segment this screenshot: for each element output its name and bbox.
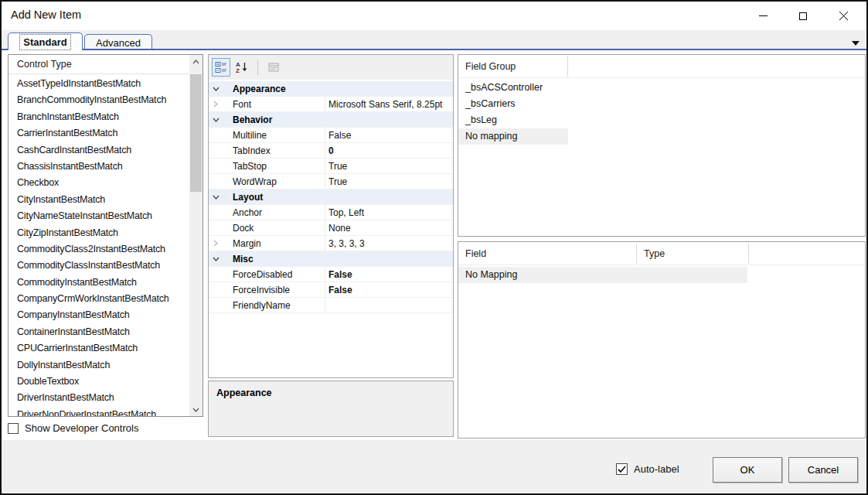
control-list-scrollbar[interactable]	[189, 55, 203, 416]
list-item[interactable]: CommodityClassInstantBestMatch	[9, 258, 190, 274]
field-group-column-header[interactable]: Field Group	[458, 55, 516, 78]
collapse-chevron-icon[interactable]	[209, 195, 223, 200]
list-item[interactable]: CompanyCrmWorkInstantBestMatch	[9, 291, 190, 307]
property-row[interactable]: AnchorTop, Left	[209, 205, 453, 220]
property-value[interactable]: 0	[325, 145, 453, 156]
list-item[interactable]: DollyInstantBestMatch	[9, 357, 190, 374]
list-item[interactable]: BranchCommodityInstantBestMatch	[9, 92, 190, 108]
list-item[interactable]: CarrierInstantBestMatch	[9, 125, 190, 142]
ok-button[interactable]: OK	[713, 457, 782, 483]
tab-standard[interactable]: Standard	[8, 32, 83, 50]
type-column-header[interactable]: Type	[637, 242, 665, 265]
list-item[interactable]: BranchInstantBestMatch	[9, 109, 190, 125]
list-item[interactable]: DoubleTextbox	[9, 374, 190, 390]
property-row[interactable]: Margin3, 3, 3, 3	[209, 236, 453, 251]
alphabetical-sort-button[interactable]: A Z	[233, 58, 251, 77]
property-row[interactable]: TabStopTrue	[209, 159, 453, 174]
property-row[interactable]: WordWrapTrue	[209, 174, 453, 189]
field-table-row[interactable]: No Mapping	[458, 267, 865, 283]
property-name[interactable]: ForceInvisible	[223, 282, 325, 297]
property-category-row[interactable]: Misc	[209, 251, 453, 267]
property-name[interactable]: ForceDisabled	[223, 267, 325, 282]
property-name[interactable]: Multiline	[223, 128, 325, 142]
expand-chevron-icon[interactable]	[209, 101, 223, 108]
list-item[interactable]: CityZipInstantBestMatch	[9, 225, 190, 241]
property-name[interactable]: TabStop	[223, 159, 325, 173]
control-type-column-header[interactable]: Control Type	[9, 55, 190, 74]
property-value[interactable]: True	[325, 176, 453, 187]
maximize-button[interactable]	[783, 2, 823, 30]
collapse-chevron-icon[interactable]	[209, 87, 223, 91]
property-value[interactable]: None	[325, 223, 453, 234]
show-developer-controls-checkbox[interactable]: Show Developer Controls	[8, 422, 138, 434]
scrollbar-thumb[interactable]	[190, 74, 202, 192]
property-value[interactable]: True	[325, 161, 453, 172]
field-column-header[interactable]: Field	[458, 242, 486, 265]
property-row[interactable]: FontMicrosoft Sans Serif, 8.25pt	[209, 97, 453, 112]
list-item[interactable]: Checkbox	[9, 175, 190, 191]
property-value[interactable]: 3, 3, 3, 3	[325, 238, 453, 249]
field-group-item[interactable]: _bsACSController	[458, 80, 865, 96]
property-value[interactable]: Microsoft Sans Serif, 8.25pt	[325, 99, 453, 110]
property-name[interactable]: Font	[223, 97, 325, 111]
field-group-item[interactable]: _bsLeg	[458, 112, 865, 128]
list-item[interactable]: AssetTypeIdInstantBestMatch	[9, 76, 190, 92]
svg-text:Z: Z	[236, 67, 240, 73]
list-item[interactable]: CashCardInstantBestMatch	[9, 142, 190, 159]
list-item[interactable]: CompanyInstantBestMatch	[9, 307, 190, 323]
property-row[interactable]: TabIndex0	[209, 143, 453, 159]
field-group-header: Field Group	[458, 55, 865, 78]
list-item[interactable]: CityInstantBestMatch	[9, 192, 190, 208]
tab-list-dropdown-icon[interactable]	[852, 41, 859, 46]
property-name[interactable]: Dock	[223, 220, 325, 235]
column-separator[interactable]	[748, 244, 749, 264]
list-item[interactable]: DriverNonDriverInstantBestMatch	[9, 407, 190, 417]
property-row[interactable]: DockNone	[209, 220, 453, 236]
property-value[interactable]: Top, Left	[325, 207, 453, 218]
list-item[interactable]: CPUCarrierInstantBestMatch	[9, 340, 190, 357]
property-row[interactable]: FriendlyName	[209, 298, 453, 313]
cancel-button[interactable]: Cancel	[788, 457, 858, 483]
collapse-chevron-icon[interactable]	[209, 257, 223, 261]
collapse-chevron-icon[interactable]	[209, 118, 223, 122]
property-pages-button[interactable]	[264, 58, 283, 77]
checkmark-icon	[618, 466, 626, 473]
property-value[interactable]: False	[325, 130, 453, 141]
property-category-row[interactable]: Appearance	[209, 81, 453, 97]
property-name[interactable]: FriendlyName	[223, 298, 325, 312]
property-grid: A Z AppearanceFontMicrosoft Sans Serif, …	[208, 54, 454, 378]
maximize-icon	[799, 12, 807, 20]
list-item[interactable]: DriverInstantBestMatch	[9, 390, 190, 406]
property-grid-toolbar: A Z	[209, 55, 453, 80]
column-separator[interactable]	[567, 56, 568, 77]
tab-advanced[interactable]: Advanced	[84, 34, 152, 50]
checkbox-box[interactable]	[8, 423, 19, 434]
checkbox-box[interactable]	[616, 463, 628, 475]
list-item[interactable]: ChassisInstantBestMatch	[9, 159, 190, 175]
scroll-up-icon[interactable]	[189, 55, 203, 68]
property-category-row[interactable]: Layout	[209, 189, 453, 205]
control-type-list: Control Type AssetTypeIdInstantBestMatch…	[8, 54, 203, 417]
list-item[interactable]: CommodityInstantBestMatch	[9, 275, 190, 291]
property-row[interactable]: MultilineFalse	[209, 128, 453, 143]
auto-label-checkbox[interactable]: Auto-label	[616, 463, 679, 475]
property-name[interactable]: Margin	[223, 236, 325, 251]
property-row[interactable]: ForceInvisibleFalse	[209, 282, 453, 298]
minimize-button[interactable]	[743, 2, 783, 30]
property-value[interactable]: False	[325, 269, 453, 280]
property-category-row[interactable]: Behavior	[209, 112, 453, 128]
categorized-view-button[interactable]	[212, 58, 230, 77]
list-item[interactable]: CityNameStateInstantBestMatch	[9, 208, 190, 224]
field-group-item[interactable]: No mapping	[458, 128, 865, 145]
scroll-down-icon[interactable]	[189, 403, 203, 416]
expand-chevron-icon[interactable]	[209, 240, 223, 247]
field-group-item[interactable]: _bsCarriers	[458, 96, 865, 112]
close-button[interactable]	[823, 2, 863, 30]
property-value[interactable]: False	[325, 285, 453, 295]
list-item[interactable]: CommodityClass2InstantBestMatch	[9, 241, 190, 258]
property-name[interactable]: WordWrap	[223, 174, 325, 189]
property-name[interactable]: Anchor	[223, 205, 325, 220]
list-item[interactable]: ContainerInstantBestMatch	[9, 324, 190, 340]
property-name[interactable]: TabIndex	[223, 143, 325, 158]
property-row[interactable]: ForceDisabledFalse	[209, 267, 453, 282]
